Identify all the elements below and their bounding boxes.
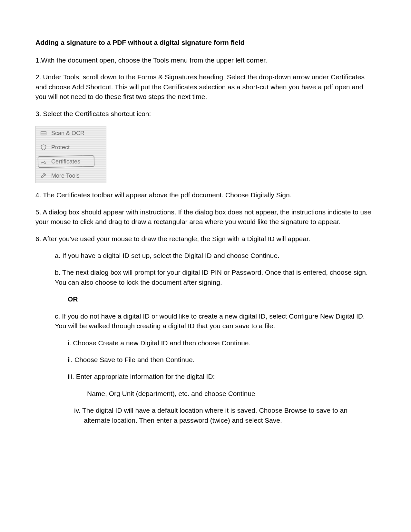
step-6c-iii: iii. Enter appropriate information for t… [35, 372, 376, 381]
toolbar-label: Protect [51, 144, 70, 151]
toolbar-item-protect: Protect [36, 140, 106, 154]
document-title: Adding a signature to a PDF without a di… [35, 39, 376, 46]
toolbar-screenshot: Scan & OCR Protect Certificates More Too… [35, 126, 106, 183]
step-3: 3. Select the Certificates shortcut icon… [35, 109, 376, 119]
step-6a: a. If you have a digital ID set up, sele… [35, 251, 376, 261]
step-6c-i: i. Choose Create a new Digital ID and th… [35, 338, 376, 348]
step-1: 1.With the document open, choose the Too… [35, 55, 376, 65]
step-6c-iii-detail: Name, Org Unit (department), etc. and ch… [35, 389, 376, 399]
toolbar-label: More Tools [51, 172, 80, 179]
wrench-icon [40, 172, 47, 180]
step-2: 2. Under Tools, scroll down to the Forms… [35, 72, 376, 102]
svg-point-2 [45, 163, 46, 164]
step-or: OR [35, 294, 376, 304]
step-6c-iv: iv. The digital ID will have a default l… [35, 406, 376, 425]
toolbar-label: Certificates [51, 158, 80, 165]
step-4: 4. The Certificates toolbar will appear … [35, 190, 376, 200]
toolbar-item-more-tools: More Tools [36, 169, 106, 183]
toolbar-item-scan-ocr: Scan & OCR [36, 126, 106, 140]
toolbar-label: Scan & OCR [51, 130, 84, 137]
shield-icon [40, 143, 47, 151]
step-6: 6. After you've used your mouse to draw … [35, 234, 376, 244]
scanner-icon [40, 129, 47, 137]
step-6c-ii: ii. Choose Save to File and then Continu… [35, 355, 376, 365]
step-6c: c. If you do not have a digital ID or wo… [35, 311, 376, 331]
step-5: 5. A dialog box should appear with instr… [35, 207, 376, 227]
signature-icon [40, 158, 47, 165]
toolbar-item-certificates: Certificates [36, 154, 106, 169]
step-6b: b. The next dialog box will prompt for y… [35, 268, 376, 287]
